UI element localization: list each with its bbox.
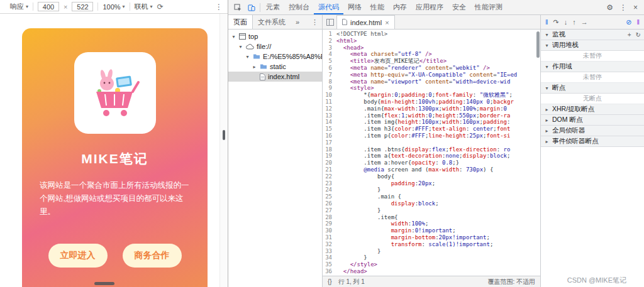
line-number[interactable]: 19 [323, 153, 336, 160]
line-number[interactable]: 24 [323, 187, 336, 193]
line-number[interactable]: 18 [323, 146, 336, 153]
pause-resume-icon[interactable]: ‖ [545, 18, 548, 26]
line-number[interactable]: 16 [323, 133, 336, 139]
tab-memory[interactable]: 内存 [389, 0, 411, 14]
line-number[interactable]: 28 [323, 214, 336, 221]
line-number[interactable]: 22 [323, 173, 336, 180]
toggle-navigator-icon[interactable] [326, 19, 334, 26]
step-over-icon[interactable]: ↷ [553, 18, 559, 26]
close-tab-icon[interactable]: × [385, 19, 389, 26]
section-call-stack[interactable]: ▾调用堆栈 [541, 40, 644, 51]
line-number[interactable]: 23 [323, 180, 336, 187]
section-xhr-breakpoints[interactable]: ▸XHR/提取断点 [541, 104, 644, 115]
inspect-icon[interactable] [231, 4, 245, 11]
tab-application[interactable]: 应用程序 [411, 0, 448, 14]
line-number[interactable]: 33 [323, 248, 336, 255]
business-button[interactable]: 商务合作 [123, 244, 182, 268]
width-input[interactable] [38, 2, 59, 11]
line-number[interactable]: 36 [323, 268, 336, 275]
tab-security[interactable]: 安全 [448, 0, 470, 14]
throttle-select[interactable]: 联机 ▾ [135, 2, 153, 11]
line-number[interactable]: 12 [323, 106, 336, 112]
scrollbar-thumb[interactable] [536, 31, 540, 58]
line-number[interactable]: 13 [323, 112, 336, 119]
tab-console[interactable]: 控制台 [284, 0, 314, 14]
line-number[interactable]: 26 [323, 200, 336, 207]
section-scope[interactable]: ▾作用域 [541, 62, 644, 72]
step-icon[interactable]: → [581, 18, 588, 26]
line-number[interactable]: 10 [323, 92, 336, 99]
tree-item-file-protocol[interactable]: ▾file:// [228, 41, 322, 51]
line-number[interactable]: 9 [323, 85, 336, 92]
tab-elements[interactable]: 元素 [262, 0, 284, 14]
line-number[interactable]: 32 [323, 241, 336, 248]
line-number[interactable]: 4 [323, 51, 336, 58]
section-breakpoints[interactable]: ▾断点 [541, 83, 644, 94]
tree-item-top[interactable]: ▾top [228, 31, 322, 41]
tree-collapse-icon[interactable]: ▾ [231, 34, 236, 40]
settings-gear-icon[interactable]: ⚙ [606, 3, 613, 12]
pause-on-exceptions-icon[interactable]: ‖ [636, 18, 640, 26]
device-toolbar-icon[interactable] [245, 4, 258, 11]
line-number[interactable]: 34 [323, 254, 336, 261]
zoom-select[interactable]: 100% ▾ [103, 3, 125, 11]
line-number[interactable]: 2 [323, 38, 336, 45]
line-number[interactable]: 21 [323, 166, 336, 173]
navigator-menu-icon[interactable]: ⋮ [311, 18, 322, 26]
format-code-button[interactable]: {} [328, 278, 332, 285]
cart-illustration-svg [85, 63, 145, 123]
section-event-listener-breakpoints[interactable]: ▸事件侦听器断点 [541, 136, 644, 147]
section-dom-breakpoints[interactable]: ▸DOM 断点 [541, 115, 644, 126]
section-watch[interactable]: ▾监视+↻ [541, 30, 644, 40]
line-number[interactable]: 11 [323, 99, 336, 106]
line-number[interactable]: 25 [323, 193, 336, 200]
tree-expand-icon[interactable]: ▸ [252, 64, 257, 70]
tree-item-folder-static[interactable]: ▸static [228, 62, 322, 72]
tab-performance[interactable]: 性能 [366, 0, 389, 14]
tree-collapse-icon[interactable]: ▾ [245, 54, 250, 60]
line-number[interactable]: 8 [323, 79, 336, 85]
line-number[interactable]: 17 [323, 139, 336, 146]
step-into-icon[interactable]: ↓ [564, 18, 568, 26]
line-number[interactable]: 29 [323, 220, 336, 227]
rotate-icon[interactable]: ⟳ [157, 3, 164, 11]
line-number[interactable]: 15 [323, 126, 336, 133]
editor-tab-index-html[interactable]: index.html × [336, 15, 395, 29]
navigator-tab-filesystem[interactable]: 文件系统 [253, 15, 291, 29]
device-toolbar: 响应 ▾ × 100% ▾ 联机 ▾ ⟳ ⋮ [0, 0, 228, 14]
device-toolbar-menu-icon[interactable]: ⋮ [215, 3, 223, 11]
line-number[interactable]: 35 [323, 261, 336, 268]
section-global-listeners[interactable]: ▸全局侦听器 [541, 126, 644, 136]
tab-sources[interactable]: 源代码 [314, 0, 343, 14]
line-number[interactable]: 5 [323, 58, 336, 65]
line-number[interactable]: 20 [323, 160, 336, 166]
navigator-tab-page[interactable]: 页面 [228, 15, 253, 29]
scrollbar-thumb[interactable] [223, 130, 225, 140]
add-watch-icon[interactable]: + [628, 31, 631, 38]
tab-lighthouse[interactable]: 性能评测 [470, 0, 507, 14]
height-input[interactable] [72, 2, 93, 11]
line-number[interactable]: 6 [323, 65, 336, 72]
editor-scrollbar[interactable] [536, 30, 540, 275]
deactivate-breakpoints-icon[interactable]: ⊘ [626, 18, 631, 26]
enter-button[interactable]: 立即进入 [48, 244, 108, 268]
close-devtools-icon[interactable]: × [633, 3, 638, 12]
line-number[interactable]: 30 [323, 227, 336, 234]
viewport-scrollbar[interactable] [219, 14, 228, 287]
tab-network[interactable]: 网络 [343, 0, 366, 14]
line-number[interactable]: 27 [323, 207, 336, 214]
device-mode-select[interactable]: 响应 ▾ [10, 2, 28, 11]
line-number[interactable]: 7 [323, 72, 336, 79]
line-number[interactable]: 1 [323, 31, 336, 38]
step-out-icon[interactable]: ↑ [572, 18, 576, 26]
tree-item-folder-e[interactable]: ▾E:/%E5%85%A8%E6%9 [228, 51, 322, 62]
code-editor[interactable]: 1<!DOCTYPE html>2<html>3 <head>4 <meta c… [323, 30, 540, 276]
line-number[interactable]: 14 [323, 119, 336, 126]
devtools-menu-icon[interactable]: ⋮ [619, 3, 627, 12]
line-number[interactable]: 31 [323, 234, 336, 241]
navigator-tab-overflow[interactable]: » [291, 15, 304, 29]
tree-collapse-icon[interactable]: ▾ [238, 44, 243, 50]
line-number[interactable]: 3 [323, 45, 336, 51]
tree-item-file-index[interactable]: index.html [228, 72, 322, 82]
refresh-watch-icon[interactable]: ↻ [636, 31, 641, 38]
